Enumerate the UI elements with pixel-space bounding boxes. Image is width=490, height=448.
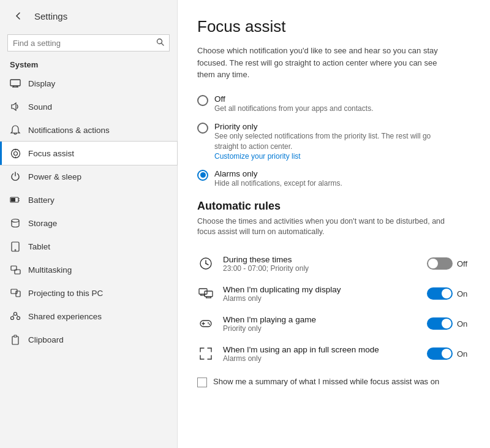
rule-label-duplicating: When I'm duplicating my display <box>223 285 418 294</box>
toggle-game[interactable] <box>427 317 453 330</box>
toggle-label-game: On <box>457 319 470 328</box>
radio-label-alarms: Alarms only <box>214 169 342 178</box>
search-box[interactable] <box>7 34 170 51</box>
notifications-icon <box>10 124 21 135</box>
sidebar: Settings System Display Sound Notificati… <box>0 0 178 448</box>
rule-text-game: When I'm playing a game Priority only <box>223 315 418 333</box>
toggle-thumb-during-times <box>428 259 438 268</box>
rule-text-fullscreen: When I'm using an app in full screen mod… <box>223 345 418 363</box>
nav-label-display: Display <box>28 79 55 88</box>
svg-line-32 <box>206 264 208 265</box>
rule-text-during-times: During these times 23:00 - 07:00; Priori… <box>223 255 418 273</box>
sidebar-item-sound[interactable]: Sound <box>0 95 177 118</box>
toggle-label-fullscreen: On <box>457 349 470 359</box>
svg-point-24 <box>17 317 20 320</box>
radio-option-priority[interactable]: Priority only See only selected notifica… <box>197 122 470 161</box>
sidebar-item-multitasking[interactable]: Multitasking <box>0 258 177 281</box>
toggle-label-duplicating: On <box>457 289 470 298</box>
rule-toggle-fullscreen-wrap: On <box>427 347 470 360</box>
radio-option-alarms[interactable]: Alarms only Hide all notifications, exce… <box>197 169 470 189</box>
sidebar-item-battery[interactable]: Battery <box>0 188 177 211</box>
notification-radio-group: Off Get all notifications from your apps… <box>197 94 470 189</box>
radio-circle-priority[interactable] <box>197 123 208 134</box>
rule-text-duplicating: When I'm duplicating my display Alarms o… <box>223 285 418 303</box>
rule-toggle-game-wrap: On <box>427 317 470 330</box>
fullscreen-icon <box>197 345 214 362</box>
svg-point-45 <box>209 324 210 325</box>
shared-icon <box>10 311 21 322</box>
toggle-duplicating[interactable] <box>427 287 453 300</box>
game-icon <box>197 315 214 332</box>
settings-title: Settings <box>34 11 67 21</box>
system-label: System <box>0 56 177 72</box>
radio-circle-off[interactable] <box>197 95 208 106</box>
toggle-during-times[interactable] <box>427 257 453 270</box>
rule-during-times: During these times 23:00 - 07:00; Priori… <box>197 249 470 279</box>
battery-icon <box>10 194 21 205</box>
clock-icon <box>197 255 214 272</box>
radio-label-priority: Priority only <box>214 122 441 131</box>
sidebar-item-clipboard[interactable]: Clipboard <box>0 328 177 351</box>
rule-label-game: When I'm playing a game <box>223 315 418 324</box>
display-icon <box>10 78 21 89</box>
nav-label-battery: Battery <box>28 196 55 205</box>
rule-toggle-during-times-wrap: Off <box>427 257 470 270</box>
rule-fullscreen: When I'm using an app in full screen mod… <box>197 339 470 369</box>
nav-label-focus: Focus assist <box>28 149 74 158</box>
rule-label-fullscreen: When I'm using an app in full screen mod… <box>223 345 418 354</box>
sidebar-item-shared[interactable]: Shared experiences <box>0 305 177 328</box>
rule-toggle-duplicating-wrap: On <box>427 287 470 300</box>
sidebar-item-power[interactable]: Power & sleep <box>0 165 177 188</box>
radio-label-off: Off <box>214 94 373 104</box>
nav-label-tablet: Tablet <box>28 242 50 251</box>
rule-sublabel-fullscreen: Alarms only <box>223 354 418 363</box>
main-content: Focus assist Choose which notification y… <box>178 0 490 448</box>
rule-duplicating: When I'm duplicating my display Alarms o… <box>197 279 470 309</box>
rule-sublabel-duplicating: Alarms only <box>223 294 418 303</box>
radio-sublabel-alarms: Hide all notifications, except for alarm… <box>214 178 342 189</box>
svg-point-44 <box>208 322 209 324</box>
svg-marker-6 <box>12 103 16 110</box>
radio-text-off: Off Get all notifications from your apps… <box>214 94 373 114</box>
summary-checkbox-label: Show me a summary of what I missed while… <box>213 376 439 387</box>
page-title: Focus assist <box>197 17 470 36</box>
summary-checkbox-row[interactable]: Show me a summary of what I missed while… <box>197 376 470 387</box>
duplicate-display-icon <box>197 285 214 302</box>
summary-checkbox[interactable] <box>197 378 207 387</box>
nav-label-notifications: Notifications & actions <box>28 126 110 135</box>
sidebar-item-storage[interactable]: Storage <box>0 211 177 235</box>
sidebar-item-display[interactable]: Display <box>0 72 177 95</box>
search-input[interactable] <box>13 39 153 48</box>
sidebar-item-notifications[interactable]: Notifications & actions <box>0 118 177 142</box>
toggle-label-during-times: Off <box>457 259 470 268</box>
focus-icon <box>10 148 21 159</box>
toggle-thumb-game <box>442 319 451 328</box>
sidebar-item-projecting[interactable]: Projecting to this PC <box>0 281 177 305</box>
nav-label-clipboard: Clipboard <box>28 335 64 344</box>
radio-sublabel-off: Get all notifications from your apps and… <box>214 104 373 114</box>
toggle-fullscreen[interactable] <box>427 347 453 360</box>
power-icon <box>10 171 21 182</box>
svg-point-23 <box>11 317 14 320</box>
svg-line-26 <box>13 315 13 317</box>
sidebar-item-focus[interactable]: Focus assist <box>0 142 177 165</box>
nav-label-multitasking: Multitasking <box>28 265 72 275</box>
svg-line-27 <box>17 315 18 317</box>
svg-point-16 <box>12 219 19 222</box>
rule-sublabel-game: Priority only <box>223 324 418 333</box>
rule-sublabel-during-times: 23:00 - 07:00; Priority only <box>223 264 418 273</box>
svg-rect-17 <box>12 242 19 251</box>
radio-circle-alarms[interactable] <box>197 170 208 181</box>
multitasking-icon <box>10 264 21 275</box>
radio-text-priority: Priority only See only selected notifica… <box>214 122 441 161</box>
svg-rect-29 <box>14 335 17 337</box>
customize-priority-link[interactable]: Customize your priority list <box>214 152 441 161</box>
rule-label-during-times: During these times <box>223 255 418 264</box>
tablet-icon <box>10 241 21 252</box>
sidebar-header: Settings <box>0 0 177 32</box>
rule-game: When I'm playing a game Priority only On <box>197 309 470 339</box>
sidebar-item-tablet[interactable]: Tablet <box>0 235 177 258</box>
svg-line-1 <box>162 44 164 46</box>
back-button[interactable] <box>10 7 27 25</box>
radio-option-off[interactable]: Off Get all notifications from your apps… <box>197 94 470 114</box>
